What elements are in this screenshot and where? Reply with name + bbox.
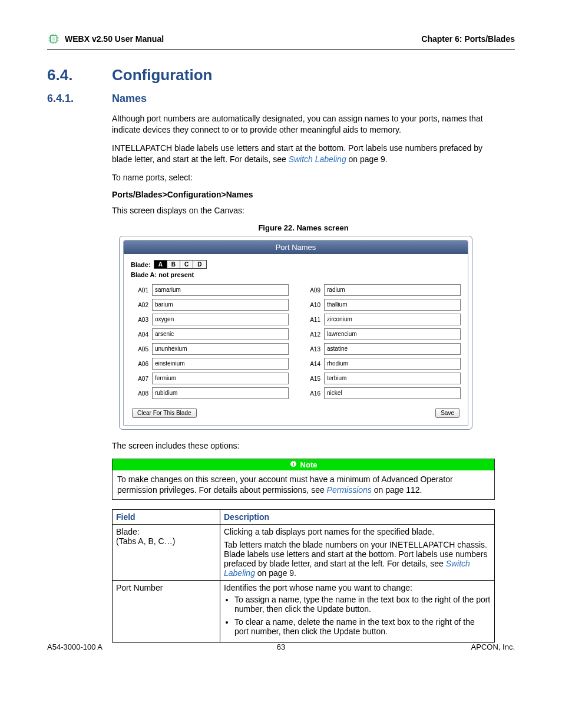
paragraph: This screen displays on the Canvas: [112, 205, 495, 216]
paragraph: Although port numbers are automatically … [112, 113, 495, 136]
port-id-label: A07 [131, 375, 148, 382]
note-body: To make changes on this screen, your acc… [113, 470, 494, 499]
section-title: Configuration [112, 66, 212, 84]
port-id-label: A15 [303, 375, 320, 382]
panel-title: Port Names [124, 241, 468, 254]
smallcaps-text: INTELLAPATCH [112, 143, 172, 153]
blade-tab-d[interactable]: D [193, 260, 206, 269]
port-name-input[interactable] [324, 343, 461, 355]
blade-tab-b[interactable]: B [167, 260, 180, 269]
blade-tab-a[interactable]: A [154, 260, 167, 269]
table-header-description: Description [220, 509, 495, 524]
port-id-label: A03 [131, 317, 148, 323]
port-name-input[interactable] [152, 358, 289, 370]
port-name-input[interactable] [324, 387, 461, 399]
port-id-label: A10 [303, 302, 320, 308]
subsection-number: 6.4.1. [47, 93, 112, 105]
port-id-label: A01 [131, 287, 148, 294]
port-name-input[interactable] [152, 299, 289, 311]
port-row: A10 [303, 299, 461, 311]
table-row: Blade: (Tabs A, B, C…) Clicking a tab di… [113, 524, 495, 580]
subsection-heading: 6.4.1. Names [47, 93, 515, 105]
port-row: A14 [303, 358, 461, 370]
field-description-table: Field Description Blade: (Tabs A, B, C…)… [112, 509, 495, 643]
port-name-input[interactable] [152, 284, 289, 296]
port-id-label: A13 [303, 346, 320, 353]
clear-blade-button[interactable]: Clear For This Blade [132, 408, 197, 418]
port-row: A05 [131, 343, 289, 355]
port-name-input[interactable] [152, 373, 289, 384]
port-id-label: A04 [131, 331, 148, 338]
port-row: A03 [131, 314, 289, 325]
port-row: A16 [303, 387, 461, 399]
page-number: 63 [47, 643, 515, 651]
port-name-input[interactable] [324, 314, 461, 325]
port-id-label: A11 [303, 317, 320, 323]
port-name-input[interactable] [324, 299, 461, 311]
port-row: A15 [303, 373, 461, 384]
port-id-label: A06 [131, 361, 148, 367]
section-number: 6.4. [47, 66, 112, 84]
table-row: Port Number Identifies the port whose na… [113, 580, 495, 642]
link-permissions[interactable]: Permissions [327, 485, 372, 495]
port-name-input[interactable] [152, 328, 289, 340]
note-box: i Note To make changes on this screen, y… [112, 459, 495, 499]
port-row: A04 [131, 328, 289, 340]
port-name-input[interactable] [324, 284, 461, 296]
port-row: A02 [131, 299, 289, 311]
paragraph: INTELLAPATCH blade labels use letters an… [112, 143, 495, 165]
save-button[interactable]: Save [435, 408, 459, 418]
page-footer: A54-3000-100 A 63 APCON, Inc. [47, 643, 515, 651]
blade-status: Blade A: not present [131, 271, 461, 278]
chip-icon [47, 32, 60, 45]
paragraph: The screen includes these options: [112, 440, 495, 452]
blade-label: Blade: [131, 261, 151, 268]
port-row: A01 [131, 284, 289, 296]
subsection-title: Names [112, 93, 147, 105]
port-name-input[interactable] [324, 373, 461, 384]
port-row: A11 [303, 314, 461, 325]
port-id-label: A08 [131, 390, 148, 397]
port-id-label: A16 [303, 390, 320, 397]
page-header: WEBX v2.50 User Manual Chapter 6: Ports/… [47, 32, 515, 50]
section-heading: 6.4. Configuration [47, 66, 515, 84]
blade-tab-c[interactable]: C [180, 260, 193, 269]
port-id-label: A05 [131, 346, 148, 353]
table-header-field: Field [113, 509, 220, 524]
header-left: WEBX v2.50 User Manual [65, 34, 164, 44]
port-name-input[interactable] [152, 314, 289, 325]
port-names-panel: Port Names Blade: A B C D Blade A: not p… [119, 236, 472, 430]
svg-rect-1 [52, 37, 55, 41]
svg-text:i: i [292, 461, 294, 467]
port-id-label: A12 [303, 331, 320, 338]
port-row: A13 [303, 343, 461, 355]
menu-path: Ports/Blades>Configuration>Names [112, 190, 495, 199]
port-row: A06 [131, 358, 289, 370]
port-name-input[interactable] [152, 387, 289, 399]
port-row: A12 [303, 328, 461, 340]
link-switch-labeling[interactable]: Switch Labeling [289, 154, 346, 164]
info-icon: i [290, 460, 297, 469]
port-name-input[interactable] [324, 358, 461, 370]
note-title: Note [300, 460, 318, 469]
port-id-label: A02 [131, 302, 148, 308]
port-row: A08 [131, 387, 289, 399]
paragraph: To name ports, select: [112, 172, 495, 183]
figure-caption: Figure 22. Names screen [112, 223, 495, 232]
port-name-input[interactable] [324, 328, 461, 340]
port-row: A09 [303, 284, 461, 296]
port-name-input[interactable] [152, 343, 289, 355]
port-row: A07 [131, 373, 289, 384]
header-right: Chapter 6: Ports/Blades [421, 34, 515, 44]
port-id-label: A09 [303, 287, 320, 294]
port-id-label: A14 [303, 361, 320, 367]
